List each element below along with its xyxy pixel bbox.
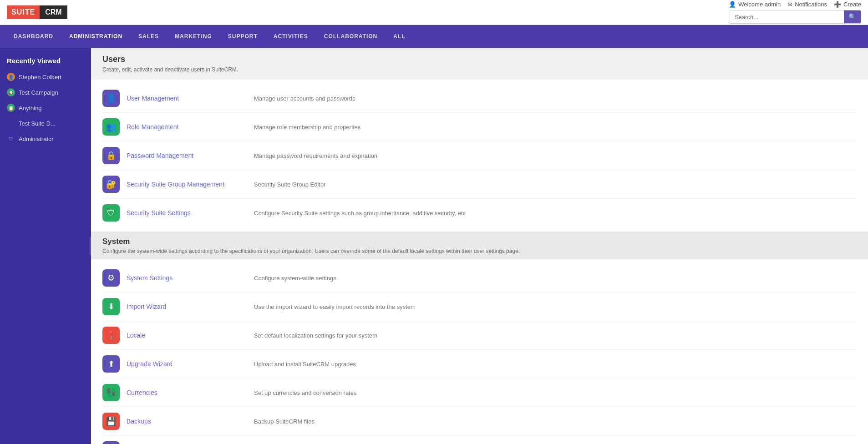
notifications-button[interactable]: ✉ Notifications [787,1,827,8]
backups-name: Backups [127,418,254,425]
user-management-icon: 👤 [102,90,120,107]
users-section: Users Create, edit, activate and deactiv… [91,48,868,232]
sidebar-item-administrator[interactable]: 🛡 Administrator ✏ [0,131,91,146]
sidebar-item-label-1: Stephen Colbert [19,74,76,81]
system-section-title: System [102,237,857,246]
sidebar-item-anything[interactable]: 📋 Anything ✏ [0,100,91,116]
currencies-icon: 💱 [102,384,120,401]
import-wizard-icon: ⬇ [102,298,120,315]
languages-icon: 🌐 [102,441,120,444]
upgrade-wizard-desc: Upload and install SuiteCRM upgrades [254,361,356,368]
import-wizard-name: Import Wizard [127,303,254,310]
password-management-icon: 🔒 [102,147,120,164]
user-management-desc: Manage user accounts and passwords [254,95,355,102]
security-settings-desc: Configure Security Suite settings such a… [254,210,466,217]
security-settings-icon: 🛡 [102,204,120,222]
upgrade-wizard-icon: ⬆ [102,355,120,373]
nav-item-collaboration[interactable]: COLLABORATION [317,29,384,44]
nav-item-dashboard[interactable]: DASHBOARD [7,29,60,44]
nav: DASHBOARD ADMINISTRATION SALES MARKETING… [0,25,868,48]
system-settings-name: System Settings [127,274,254,282]
admin-item-password-management[interactable]: 🔒 Password Management Manage password re… [102,141,857,170]
admin-item-currencies[interactable]: 💱 Currencies Set up currencies and conve… [102,378,857,407]
nav-item-all[interactable]: ALL [386,29,412,44]
sidebar-item-stephen-colbert[interactable]: 👤 Stephen Colbert ✏ [0,69,91,85]
admin-item-role-management[interactable]: 👥 Role Management Manage role membership… [102,113,857,141]
create-button[interactable]: ➕ Create [834,1,861,8]
locale-desc: Set default localization settings for yo… [254,332,377,339]
users-section-desc: Create, edit, activate and deactivate us… [102,66,857,73]
sidebar: Recently Viewed 👤 Stephen Colbert ✏ 📢 Te… [0,48,91,444]
sidebar-item-label-4: Test Suite D... [19,120,76,127]
users-section-header: Users Create, edit, activate and deactiv… [91,48,868,80]
header: SUITE CRM 👤 Welcome admin ✉ Notification… [0,0,868,25]
role-management-desc: Manage role membership and properties [254,124,360,131]
backups-desc: Backup SuiteCRM files [254,418,315,425]
admin-item-languages[interactable]: 🌐 Languages Manage which languages are a… [102,436,857,444]
create-label: Create [843,1,861,8]
nav-item-marketing[interactable]: MARKETING [168,29,219,44]
nav-item-activities[interactable]: ACTIVITIES [267,29,315,44]
system-items-grid: ⚙ System Settings Configure system-wide … [91,259,868,444]
admin-item-security-settings[interactable]: 🛡 Security Suite Settings Configure Secu… [102,199,857,227]
security-group-name: Security Suite Group Management [127,181,254,188]
nav-item-sales[interactable]: SALES [132,29,166,44]
import-wizard-desc: Use the import wizard to easily import r… [254,303,416,310]
currencies-name: Currencies [127,389,254,396]
sidebar-item-label-2: Test Campaign [19,89,76,96]
system-settings-desc: Configure system-wide settings [254,275,336,282]
admin-item-backups[interactable]: 💾 Backups Backup SuiteCRM files [102,407,857,436]
backups-icon: 💾 [102,413,120,430]
logo-crm: CRM [40,5,67,19]
users-items-grid: 👤 User Management Manage user accounts a… [91,80,868,232]
locale-name: Locale [127,332,254,339]
admin-item-import-wizard[interactable]: ⬇ Import Wizard Use the import wizard to… [102,293,857,321]
system-section-header: System Configure the system-wide setting… [91,232,868,259]
system-section: System Configure the system-wide setting… [91,232,868,444]
admin-item-system-settings[interactable]: ⚙ System Settings Configure system-wide … [102,264,857,293]
currencies-desc: Set up currencies and conversion rates [254,389,356,396]
sidebar-item-test-suite[interactable]: Test Suite D... ✏ [0,116,91,131]
users-section-title: Users [102,55,857,64]
upgrade-wizard-name: Upgrade Wizard [127,360,254,368]
search-button[interactable]: 🔍 [844,10,861,23]
sidebar-item-label-3: Anything [19,105,76,111]
sidebar-item-icon-5: 🛡 [7,135,15,143]
admin-item-user-management[interactable]: 👤 User Management Manage user accounts a… [102,84,857,113]
plus-icon: ➕ [834,1,841,8]
sidebar-item-icon-2: 📢 [7,88,15,96]
logo[interactable]: SUITE CRM [7,5,67,19]
sidebar-title: Recently Viewed [0,48,91,69]
mail-icon: ✉ [787,1,792,8]
user-icon: 👤 [729,1,736,8]
logo-suite: SUITE [7,5,40,19]
system-settings-icon: ⚙ [102,269,120,287]
locale-icon: 📍 [102,327,120,344]
security-settings-name: Security Suite Settings [127,209,254,217]
admin-item-locale[interactable]: 📍 Locale Set default localization settin… [102,321,857,350]
sidebar-item-icon-4 [7,119,15,127]
sidebar-item-label-5: Administrator [19,136,76,142]
sidebar-item-test-campaign[interactable]: 📢 Test Campaign ✏ [0,85,91,100]
password-management-desc: Manage password requirements and expirat… [254,152,377,159]
nav-item-support[interactable]: SUPPORT [221,29,264,44]
header-actions: 👤 Welcome admin ✉ Notifications ➕ Create [729,1,861,8]
sidebar-item-icon-3: 📋 [7,104,15,112]
user-label: Welcome admin [738,1,781,8]
content-area: Users Create, edit, activate and deactiv… [91,48,868,444]
search-bar[interactable]: 🔍 [730,10,861,24]
role-management-name: Role Management [127,123,254,131]
user-management-name: User Management [127,95,254,102]
header-top-right: 👤 Welcome admin ✉ Notifications ➕ Create… [729,1,861,24]
admin-item-upgrade-wizard[interactable]: ⬆ Upgrade Wizard Upload and install Suit… [102,350,857,378]
main-layout: Recently Viewed 👤 Stephen Colbert ✏ 📢 Te… [0,48,868,444]
sidebar-toggle-button[interactable]: ◀ [90,237,91,255]
notifications-label: Notifications [795,1,827,8]
nav-item-administration[interactable]: ADMINISTRATION [62,29,129,44]
search-input[interactable] [730,11,844,23]
user-menu[interactable]: 👤 Welcome admin [729,1,781,8]
sidebar-item-icon-1: 👤 [7,73,15,81]
security-group-icon: 🔐 [102,176,120,193]
admin-item-security-group-management[interactable]: 🔐 Security Suite Group Management Securi… [102,170,857,199]
security-group-desc: Security Suite Group Editor [254,181,326,188]
